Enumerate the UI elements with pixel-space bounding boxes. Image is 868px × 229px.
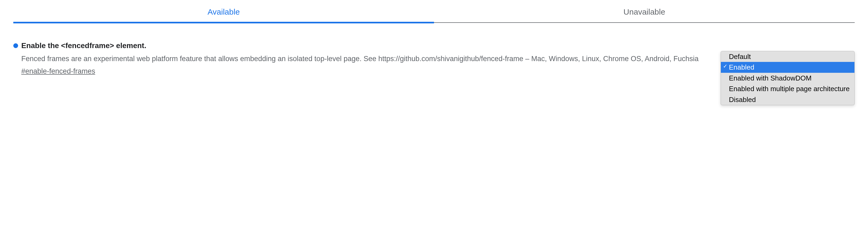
- dropdown-option-shadowdom[interactable]: Enabled with ShadowDOM: [721, 73, 855, 83]
- dropdown-option-disabled[interactable]: Disabled: [721, 94, 855, 105]
- flag-text-block: Enable the <fencedframe> element. Fenced…: [13, 41, 710, 75]
- flag-dropdown[interactable]: Default Enabled Enabled with ShadowDOM E…: [721, 51, 855, 105]
- dropdown-menu: Default Enabled Enabled with ShadowDOM E…: [721, 51, 855, 105]
- flag-description: Fenced frames are an experimental web pl…: [21, 54, 710, 64]
- flag-title: Enable the <fencedframe> element.: [21, 41, 146, 50]
- dropdown-option-enabled[interactable]: Enabled: [721, 62, 855, 73]
- flag-row: Enable the <fencedframe> element. Fenced…: [13, 41, 855, 105]
- flag-hash-link[interactable]: #enable-fenced-frames: [21, 67, 95, 75]
- tab-available[interactable]: Available: [13, 0, 434, 22]
- dropdown-option-multipage[interactable]: Enabled with multiple page architecture: [721, 83, 855, 94]
- dropdown-option-default[interactable]: Default: [721, 51, 855, 62]
- tab-bar: Available Unavailable: [13, 0, 855, 23]
- tab-unavailable[interactable]: Unavailable: [434, 0, 855, 22]
- flag-title-line: Enable the <fencedframe> element.: [13, 41, 710, 50]
- modified-dot-icon: [13, 43, 18, 48]
